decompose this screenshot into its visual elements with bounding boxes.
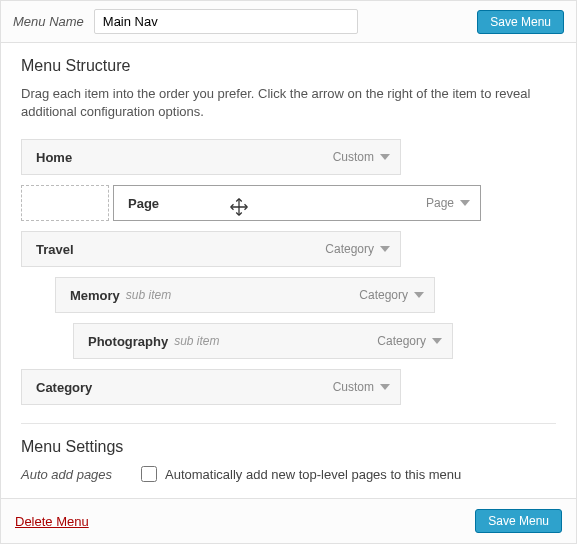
save-menu-button-bottom[interactable]: Save Menu xyxy=(475,509,562,533)
menu-row: Photographysub itemCategory xyxy=(21,323,556,359)
sub-item-marker: sub item xyxy=(174,334,219,348)
indent-spacer xyxy=(21,323,73,359)
menu-item-title: Home xyxy=(36,150,72,165)
indent-spacer xyxy=(21,277,55,313)
menu-item-type: Category xyxy=(325,242,374,256)
menu-item[interactable]: TravelCategory xyxy=(21,231,401,267)
menu-item[interactable]: HomeCustom xyxy=(21,139,401,175)
menu-row: HomeCustom xyxy=(21,139,556,175)
menu-item-type: Custom xyxy=(333,380,374,394)
menu-row: CategoryCustom xyxy=(21,369,556,405)
auto-add-pages-text: Automatically add new top-level pages to… xyxy=(165,467,461,482)
menu-settings-title: Menu Settings xyxy=(21,438,556,456)
auto-add-pages-label: Auto add pages xyxy=(21,467,141,482)
sub-item-marker: sub item xyxy=(126,288,171,302)
menu-item-type: Page xyxy=(426,196,454,210)
menu-structure-title: Menu Structure xyxy=(21,57,556,75)
menu-name-label: Menu Name xyxy=(13,14,84,29)
menu-item-type: Category xyxy=(359,288,408,302)
menu-row: TravelCategory xyxy=(21,231,556,267)
menu-item-title: Memory xyxy=(70,288,120,303)
menu-item[interactable]: Photographysub itemCategory xyxy=(73,323,453,359)
save-menu-button-top[interactable]: Save Menu xyxy=(477,10,564,34)
chevron-down-icon[interactable] xyxy=(380,382,390,392)
auto-add-pages-row: Auto add pages Automatically add new top… xyxy=(21,466,556,482)
panel-footer: Delete Menu Save Menu xyxy=(0,499,577,544)
menu-name-bar: Menu Name Save Menu xyxy=(0,0,577,43)
panel-body: Menu Structure Drag each item into the o… xyxy=(0,43,577,499)
chevron-down-icon[interactable] xyxy=(414,290,424,300)
move-cursor-icon xyxy=(228,196,250,218)
menu-name-input[interactable] xyxy=(94,9,358,34)
menu-item-type: Category xyxy=(377,334,426,348)
menu-structure-help: Drag each item into the order you prefer… xyxy=(21,85,556,121)
chevron-down-icon[interactable] xyxy=(432,336,442,346)
auto-add-pages-checkbox[interactable] xyxy=(141,466,157,482)
menu-row: PagePage xyxy=(21,185,556,221)
menu-row: Memorysub itemCategory xyxy=(21,277,556,313)
menu-item[interactable]: PagePage xyxy=(113,185,481,221)
auto-add-pages-checkbox-label[interactable]: Automatically add new top-level pages to… xyxy=(141,466,461,482)
menu-item[interactable]: Memorysub itemCategory xyxy=(55,277,435,313)
chevron-down-icon[interactable] xyxy=(380,244,390,254)
menu-item-title: Photography xyxy=(88,334,168,349)
chevron-down-icon[interactable] xyxy=(460,198,470,208)
separator xyxy=(21,423,556,424)
chevron-down-icon[interactable] xyxy=(380,152,390,162)
menu-list: HomeCustomPagePageTravelCategoryMemorysu… xyxy=(21,139,556,405)
menu-item-type: Custom xyxy=(333,150,374,164)
menu-item-title: Page xyxy=(128,196,159,211)
menu-item-title: Category xyxy=(36,380,92,395)
menu-item[interactable]: CategoryCustom xyxy=(21,369,401,405)
menu-item-title: Travel xyxy=(36,242,74,257)
delete-menu-link[interactable]: Delete Menu xyxy=(15,514,89,529)
drop-placeholder xyxy=(21,185,109,221)
